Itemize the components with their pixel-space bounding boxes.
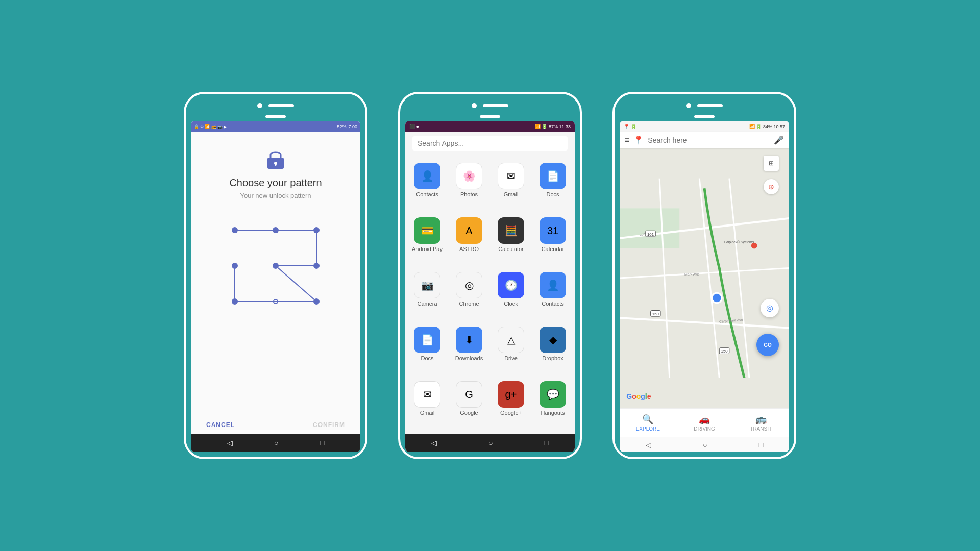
app-item-contacts[interactable]: 👤 Contacts	[407, 159, 447, 211]
go-button[interactable]: GO	[756, 334, 779, 356]
app-icon: 👤	[414, 163, 440, 189]
map-area[interactable]: Lomita Ln Mark Ave Carpinteria Ave Gripl…	[620, 148, 789, 408]
app-item-google+[interactable]: g+ Google+	[491, 377, 531, 430]
pattern-buttons: CANCEL CONFIRM	[201, 421, 350, 429]
app-icon: 📄	[414, 327, 440, 353]
svg-point-12	[232, 263, 238, 269]
front-camera-icon	[257, 103, 262, 108]
app-icon: 🌸	[456, 163, 482, 189]
time: 7:00	[348, 124, 357, 129]
app-label: Gmail	[420, 410, 435, 416]
apps-grid: 👤 Contacts 🌸 Photos ✉ Gmail 📄 Docs 💳 And…	[405, 155, 575, 434]
phone-2-screen: ⬛ ● 📶 🔋 87% 11:33 👤 Contacts 🌸 Photos ✉	[405, 121, 575, 452]
app-item-clock[interactable]: 🕐 Clock	[491, 268, 531, 320]
back-icon[interactable]: ◁	[227, 439, 233, 447]
back-icon[interactable]: ◁	[431, 439, 437, 447]
app-label: Docs	[546, 191, 559, 197]
nav-bar: ◁ ○ □	[620, 437, 789, 452]
layers-button[interactable]: ⊞	[764, 156, 779, 171]
app-label: Drive	[504, 355, 518, 361]
microphone-icon[interactable]: 🎤	[774, 135, 784, 145]
status-icons: 🔒 ⚙ 📶 📻 📷 ▶	[194, 124, 335, 129]
phone-2-top	[405, 103, 575, 108]
pattern-svg	[225, 220, 327, 312]
google-logo: Google	[626, 392, 651, 400]
speaker	[268, 104, 294, 107]
svg-text:150: 150	[721, 349, 728, 354]
svg-point-13	[273, 263, 279, 269]
pattern-subtitle: Your new unlock pattern	[240, 192, 311, 199]
search-bar-container	[405, 132, 575, 155]
nav-bar: ◁ ○ □	[191, 434, 360, 452]
app-icon: ✉	[414, 381, 440, 408]
locate-button[interactable]: ◎	[761, 299, 779, 317]
app-item-downloads[interactable]: ⬇ Downloads	[449, 322, 489, 375]
app-label: Google	[460, 410, 478, 416]
recents-icon[interactable]: □	[545, 439, 549, 447]
app-item-android-pay[interactable]: 💳 Android Pay	[407, 213, 447, 266]
svg-point-29	[712, 293, 722, 303]
search-apps-input[interactable]	[412, 136, 568, 151]
cancel-button[interactable]: CANCEL	[206, 421, 235, 429]
app-icon: ◎	[456, 272, 482, 298]
app-item-google[interactable]: G Google	[449, 377, 489, 430]
menu-icon[interactable]: ≡	[625, 136, 629, 145]
app-label: Android Pay	[412, 246, 443, 252]
app-label: Downloads	[455, 355, 483, 361]
app-item-camera[interactable]: 📷 Camera	[407, 268, 447, 320]
explore-label: EXPLORE	[636, 426, 660, 432]
app-item-contacts[interactable]: 👤 Contacts	[533, 268, 573, 320]
transit-icon: 🚌	[755, 414, 767, 425]
status-bar: 🔒 ⚙ 📶 📻 📷 ▶ 52% 7:00	[191, 121, 360, 132]
transit-tab[interactable]: 🚌 TRANSIT	[732, 409, 789, 437]
app-item-astro[interactable]: A ASTRO	[449, 213, 489, 266]
app-item-gmail[interactable]: ✉ Gmail	[407, 377, 447, 430]
pattern-grid[interactable]	[225, 220, 327, 312]
app-item-dropbox[interactable]: ◆ Dropbox	[533, 322, 573, 375]
back-icon[interactable]: ◁	[646, 441, 651, 449]
app-icon: 💳	[414, 217, 440, 244]
driving-tab[interactable]: 🚗 DRIVING	[676, 409, 733, 437]
phone-1: 🔒 ⚙ 📶 📻 📷 ▶ 52% 7:00 Choose your pattern…	[184, 92, 368, 459]
speaker	[483, 104, 508, 107]
app-icon: 🧮	[498, 217, 524, 244]
app-icon: 👤	[540, 272, 566, 298]
home-icon[interactable]: ○	[274, 439, 278, 447]
home-icon[interactable]: ○	[488, 439, 493, 447]
home-icon[interactable]: ○	[703, 441, 707, 449]
svg-text:Griplock® Systems: Griplock® Systems	[724, 240, 754, 244]
recents-icon[interactable]: □	[320, 439, 324, 447]
app-icon: ✉	[498, 163, 524, 189]
explore-tab[interactable]: 🔍 EXPLORE	[620, 409, 676, 437]
app-item-gmail[interactable]: ✉ Gmail	[491, 159, 531, 211]
recents-icon[interactable]: □	[759, 441, 763, 449]
app-label: Calculator	[498, 246, 524, 252]
svg-point-10	[273, 227, 279, 233]
app-icon: 📷	[414, 272, 440, 298]
app-icon: G	[456, 381, 482, 408]
app-icon: 📄	[540, 163, 566, 189]
app-label: Google+	[500, 410, 522, 416]
phone-1-top	[191, 103, 360, 108]
app-label: Photos	[460, 191, 478, 197]
battery-level: 52%	[337, 124, 346, 129]
app-label: Camera	[417, 300, 437, 307]
app-label: ASTRO	[459, 246, 479, 252]
app-item-photos[interactable]: 🌸 Photos	[449, 159, 489, 211]
search-here-input[interactable]	[648, 136, 770, 144]
app-icon: △	[498, 327, 524, 353]
app-item-calendar[interactable]: 31 Calendar	[533, 213, 573, 266]
confirm-button[interactable]: CONFIRM	[313, 421, 345, 429]
app-label: Clock	[504, 300, 518, 307]
app-item-chrome[interactable]: ◎ Chrome	[449, 268, 489, 320]
app-icon: 31	[540, 217, 566, 244]
app-item-hangouts[interactable]: 💬 Hangouts	[533, 377, 573, 430]
app-item-drive[interactable]: △ Drive	[491, 322, 531, 375]
app-item-calculator[interactable]: 🧮 Calculator	[491, 213, 531, 266]
pattern-title: Choose your pattern	[229, 177, 322, 189]
svg-point-14	[313, 263, 320, 269]
svg-rect-2	[275, 163, 277, 166]
status-left: 📍 🔋	[624, 124, 636, 129]
app-item-docs[interactable]: 📄 Docs	[407, 322, 447, 375]
app-item-docs[interactable]: 📄 Docs	[533, 159, 573, 211]
